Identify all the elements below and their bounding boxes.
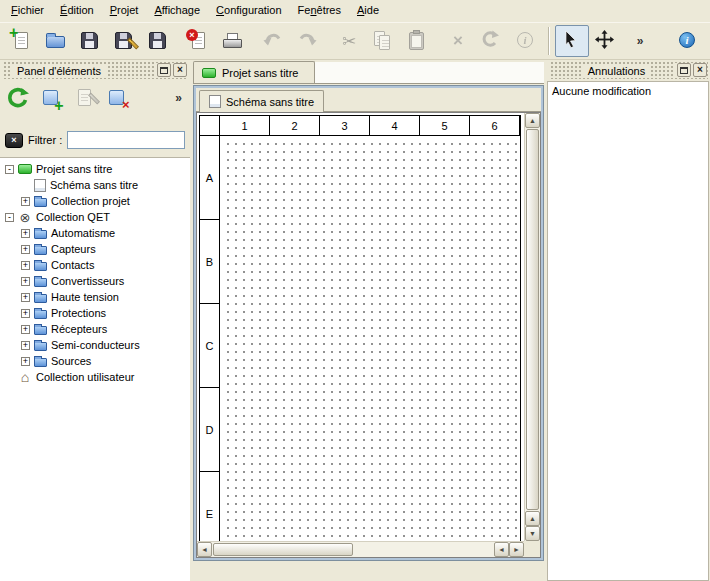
toolbar-overflow-button[interactable]: »	[623, 25, 657, 57]
select-cursor-icon	[561, 30, 583, 52]
menu-aide[interactable]: Aide	[349, 0, 387, 22]
menu-fenetres[interactable]: Fenêtres	[290, 0, 349, 22]
print-button[interactable]	[216, 25, 250, 57]
tree-item-label: Collection utilisateur	[36, 371, 134, 383]
reload-collections-button[interactable]	[5, 85, 32, 112]
menu-configuration[interactable]: Configuration	[208, 0, 289, 22]
tree-expander[interactable]: +	[21, 341, 30, 350]
project-tab-label: Projet sans titre	[222, 67, 298, 79]
tree-item-semi-conducteurs[interactable]: +Semi-conducteurs	[0, 337, 190, 353]
tree-item-automatisme[interactable]: +Automatisme	[0, 225, 190, 241]
delete-button[interactable]: ×	[441, 25, 475, 57]
delete-element-button[interactable]: ×	[104, 85, 131, 112]
tree-expander[interactable]: +	[21, 309, 30, 318]
select-tool-button[interactable]	[555, 25, 589, 57]
menu-edition[interactable]: Édition	[52, 0, 102, 22]
undo-panel-titlebar[interactable]: Annulations ×	[549, 62, 708, 79]
elements-toolbar-overflow[interactable]: »	[175, 91, 182, 105]
tree-item-collection-projet[interactable]: +Collection projet	[0, 193, 190, 209]
tree-expander[interactable]: +	[21, 197, 30, 206]
scroll-left-button-secondary[interactable]: ◄	[494, 542, 509, 557]
about-button[interactable]: i	[671, 25, 705, 57]
scroll-up-button-secondary[interactable]: ▲	[525, 511, 540, 526]
scroll-right-button[interactable]: ►	[509, 542, 524, 557]
vertical-scroll-thumb[interactable]	[526, 129, 539, 510]
horizontal-scroll-thumb[interactable]	[213, 543, 353, 556]
tree-item-label: Contacts	[51, 259, 94, 271]
elements-panel-float-button[interactable]	[157, 63, 171, 77]
undo-panel-close-button[interactable]: ×	[693, 63, 707, 77]
menu-fichier[interactable]: Fichier	[3, 0, 52, 22]
elements-panel-titlebar-buttons: ×	[155, 63, 187, 77]
tree-item-collection-qet[interactable]: -⊗Collection QET	[0, 209, 190, 225]
tree-expander[interactable]: +	[21, 325, 30, 334]
tree-item-collection-utilisateur[interactable]: ⌂Collection utilisateur	[0, 369, 190, 385]
tree-expander[interactable]: +	[21, 261, 30, 270]
vertical-scrollbar[interactable]: ▲ ▲ ▼	[524, 113, 540, 541]
tree-item-contacts[interactable]: +Contacts	[0, 257, 190, 273]
tree-expander[interactable]: +	[21, 229, 30, 238]
clear-filter-button[interactable]: ×	[5, 133, 23, 148]
horizontal-scroll-track[interactable]	[354, 542, 494, 557]
tree-item-label: Convertisseurs	[51, 275, 124, 287]
elements-panel-close-button[interactable]: ×	[173, 63, 187, 77]
tree-item-sources[interactable]: +Sources	[0, 353, 190, 369]
tree-item-schema-sans-titre[interactable]: Schéma sans titre	[0, 177, 190, 193]
new-document-button[interactable]: +	[5, 25, 39, 57]
edit-element-icon	[74, 87, 96, 109]
menu-affichage[interactable]: Affichage	[146, 0, 208, 22]
scroll-down-button[interactable]: ▼	[525, 526, 540, 541]
tree-item-convertisseurs[interactable]: +Convertisseurs	[0, 273, 190, 289]
rotate-button[interactable]	[475, 25, 509, 57]
about-info-icon: i	[677, 30, 699, 52]
folder-icon	[34, 310, 47, 319]
home-icon: ⌂	[18, 371, 32, 384]
edit-element-button[interactable]	[71, 85, 98, 112]
tree-expander[interactable]: -	[5, 213, 14, 222]
tree-item-haute-tension[interactable]: +Haute tension	[0, 289, 190, 305]
scroll-left-button[interactable]: ◄	[197, 542, 212, 557]
cut-icon: ✂	[338, 30, 360, 52]
folder-icon	[34, 230, 47, 239]
rotate-icon	[481, 30, 503, 52]
cut-button[interactable]: ✂	[332, 25, 366, 57]
filter-input[interactable]	[67, 131, 185, 149]
tree-item-capteurs[interactable]: +Capteurs	[0, 241, 190, 257]
column-headers: 123456	[220, 116, 520, 136]
tree-expander[interactable]: +	[21, 277, 30, 286]
elements-panel-titlebar[interactable]: Panel d'éléments ×	[2, 62, 188, 79]
tree-expander[interactable]: +	[21, 357, 30, 366]
schema-border: 123456 ABCDE	[199, 115, 521, 541]
horizontal-scrollbar[interactable]: ◄ ◄ ►	[197, 541, 524, 557]
save-button[interactable]	[73, 25, 107, 57]
move-tool-button[interactable]	[589, 25, 623, 57]
tree-expander[interactable]: -	[5, 165, 14, 174]
tree-item-protections[interactable]: +Protections	[0, 305, 190, 321]
tree-item-recepteurs[interactable]: +Récepteurs	[0, 321, 190, 337]
tree-item-projet-sans-titre[interactable]: -Projet sans titre	[0, 161, 190, 177]
filter-row: × Filtrer :	[5, 131, 185, 149]
scroll-up-button[interactable]: ▲	[525, 113, 540, 128]
row-header-a: A	[200, 136, 220, 220]
open-icon	[45, 30, 67, 52]
undo-button[interactable]	[257, 25, 291, 57]
elements-panel: Panel d'éléments × +×» × Filtrer : -Proj…	[0, 60, 190, 581]
tree-expander[interactable]: +	[21, 245, 30, 254]
element-info-button[interactable]: i	[509, 25, 543, 57]
project-tab[interactable]: Projet sans titre	[193, 61, 315, 83]
save-all-button[interactable]	[141, 25, 175, 57]
paste-button[interactable]	[400, 25, 434, 57]
schema-tab[interactable]: Schéma sans titre	[199, 90, 324, 112]
undo-panel-float-button[interactable]	[677, 63, 691, 77]
element-info-icon: i	[515, 30, 537, 52]
copy-button[interactable]	[366, 25, 400, 57]
open-document-button[interactable]	[39, 25, 73, 57]
tree-expander[interactable]: +	[21, 293, 30, 302]
new-element-button[interactable]: +	[38, 85, 65, 112]
menu-projet[interactable]: Projet	[102, 0, 147, 22]
close-document-button[interactable]: ×	[182, 25, 216, 57]
schema-canvas[interactable]: 123456 ABCDE	[197, 113, 524, 541]
redo-button[interactable]	[291, 25, 325, 57]
save-as-button[interactable]	[107, 25, 141, 57]
tree-item-label: Sources	[51, 355, 91, 367]
